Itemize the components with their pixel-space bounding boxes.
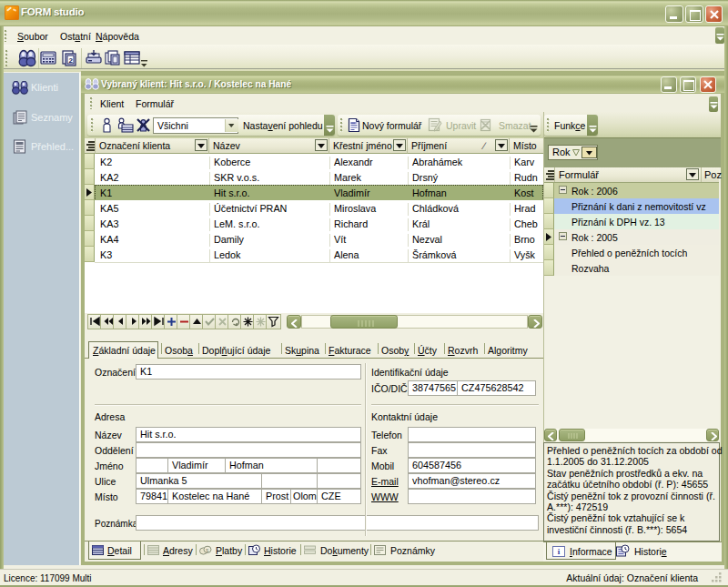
svg-text:2: 2 — [69, 56, 74, 65]
